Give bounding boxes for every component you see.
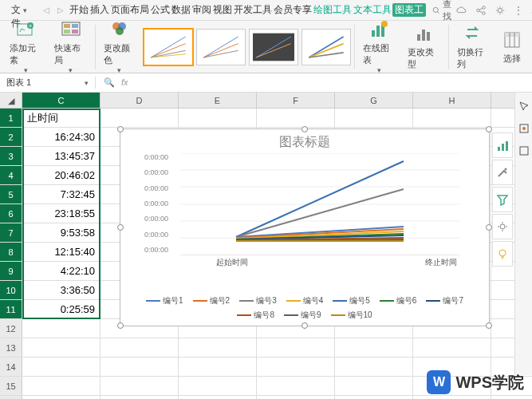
tab-layout[interactable]: 页面布局	[110, 3, 150, 17]
switch-row-col-button[interactable]: 切换行列	[452, 23, 494, 70]
cell[interactable]	[179, 377, 257, 395]
tab-insert[interactable]: 插入	[89, 3, 110, 17]
row-header[interactable]: 2	[0, 128, 22, 146]
cell[interactable]	[335, 358, 413, 376]
cell[interactable]	[100, 109, 179, 127]
legend-item[interactable]: 编号9	[284, 310, 321, 321]
nav-prev-icon[interactable]: ◁	[40, 6, 53, 14]
col-header-D[interactable]: D	[100, 93, 179, 108]
row-header[interactable]: 3	[0, 147, 22, 165]
chart-plot-area[interactable]	[180, 153, 459, 255]
nav-next-icon[interactable]: ▷	[54, 6, 67, 14]
online-chart-button[interactable]: 在线图表▾	[358, 19, 400, 74]
row-header[interactable]: 16	[0, 396, 22, 399]
cell[interactable]	[100, 358, 179, 376]
row-header[interactable]: 9	[0, 262, 22, 280]
row-header[interactable]: 12	[0, 319, 22, 338]
chart-title[interactable]: 图表标题	[120, 129, 489, 156]
cell[interactable]: 9:53:58	[22, 223, 100, 242]
cursor-icon[interactable]	[518, 101, 530, 112]
cell[interactable]	[335, 396, 413, 399]
cell[interactable]: 12:15:40	[22, 243, 100, 261]
cell[interactable]: 止时间	[22, 109, 100, 127]
cell[interactable]	[257, 358, 335, 376]
cell[interactable]	[100, 377, 179, 395]
tab-texttools[interactable]: 文本工具	[353, 3, 392, 17]
cell[interactable]: 7:32:45	[22, 185, 100, 203]
select-all-corner[interactable]: ◢	[0, 93, 22, 108]
style-pane-icon[interactable]	[518, 123, 530, 134]
tab-vip[interactable]: 会员专享	[273, 3, 313, 17]
legend-item[interactable]: 编号8	[237, 310, 274, 321]
name-box[interactable]: 图表 1▾	[0, 77, 96, 89]
cloud-icon[interactable]	[456, 5, 467, 16]
row-header[interactable]: 4	[0, 166, 22, 184]
legend-item[interactable]: 编号10	[331, 310, 372, 321]
search-box[interactable]: 查找	[432, 0, 455, 22]
legend-item[interactable]: 编号3	[239, 295, 277, 306]
cell[interactable]	[100, 338, 179, 357]
cell[interactable]	[335, 338, 413, 357]
tab-data[interactable]: 数据	[171, 3, 191, 17]
row-header[interactable]: 8	[0, 243, 22, 261]
cell[interactable]: 13:45:37	[22, 147, 100, 165]
tab-drawtools[interactable]: 绘图工具	[313, 3, 353, 17]
tab-dev[interactable]: 开发工具	[233, 3, 273, 17]
row-header[interactable]: 13	[0, 338, 22, 357]
row-header[interactable]: 14	[0, 358, 22, 376]
col-header-E[interactable]: E	[179, 93, 257, 108]
col-header-C[interactable]: C	[22, 93, 100, 108]
chart-style-1[interactable]	[144, 29, 193, 65]
cell[interactable]	[335, 109, 413, 127]
tab-view[interactable]: 视图	[212, 3, 233, 17]
cell[interactable]: 16:24:30	[22, 128, 100, 146]
legend-item[interactable]: 编号6	[380, 295, 417, 306]
change-color-button[interactable]: 更改颜色▾	[99, 19, 140, 74]
chart-style-4[interactable]	[301, 29, 351, 65]
cell[interactable]	[22, 358, 100, 376]
chart-styles-button[interactable]	[492, 160, 513, 185]
chart-style-3[interactable]	[249, 29, 298, 65]
tab-home[interactable]: 开始	[69, 3, 89, 17]
chart-elements-button[interactable]	[492, 132, 513, 158]
cell[interactable]	[179, 338, 257, 357]
row-header[interactable]: 15	[0, 377, 22, 395]
cell[interactable]	[179, 358, 257, 376]
cell[interactable]	[413, 338, 491, 357]
props-pane-icon[interactable]	[518, 145, 530, 156]
cell[interactable]: 23:18:55	[22, 204, 100, 223]
col-header-G[interactable]: G	[335, 93, 413, 108]
chart-legend[interactable]: 编号1编号2编号3编号4编号5编号6编号7编号8编号9编号10	[120, 295, 489, 321]
cell[interactable]	[257, 338, 335, 357]
more-icon[interactable]: ⋮	[514, 5, 523, 16]
cell[interactable]	[22, 319, 100, 338]
add-element-button[interactable]: + 添加元素▾	[5, 19, 46, 74]
chart-style-2[interactable]	[196, 29, 246, 65]
embedded-chart[interactable]: 图表标题 0:00:000:00:000:00:000:00:000:00:00…	[120, 128, 490, 326]
tab-formula[interactable]: 公式	[150, 3, 171, 17]
col-header-H[interactable]: H	[413, 93, 491, 108]
col-header-F[interactable]: F	[257, 93, 335, 108]
cell[interactable]: 4:22:10	[22, 262, 100, 280]
cell[interactable]	[257, 377, 335, 395]
cell[interactable]	[22, 377, 100, 395]
cell[interactable]	[22, 396, 100, 399]
chart-settings-button[interactable]	[492, 214, 513, 239]
cell[interactable]	[335, 377, 413, 395]
tab-charttools[interactable]: 图表工	[392, 3, 426, 17]
settings-icon[interactable]	[495, 5, 506, 16]
cell[interactable]: 0:25:59	[22, 300, 100, 318]
cell[interactable]	[179, 396, 257, 399]
select-data-button[interactable]: 选择	[497, 30, 527, 65]
cell[interactable]	[257, 396, 335, 399]
row-header[interactable]: 11	[0, 300, 22, 318]
cell[interactable]	[100, 396, 179, 399]
cell[interactable]: 20:46:02	[22, 166, 100, 184]
tab-review[interactable]: 审阅	[191, 3, 212, 17]
row-header[interactable]: 10	[0, 281, 22, 299]
legend-item[interactable]: 编号4	[286, 295, 324, 306]
cell[interactable]	[413, 109, 491, 127]
legend-item[interactable]: 编号5	[333, 295, 370, 306]
chart-filter-button[interactable]	[492, 187, 513, 212]
change-type-button[interactable]: 更改类型	[403, 23, 444, 70]
